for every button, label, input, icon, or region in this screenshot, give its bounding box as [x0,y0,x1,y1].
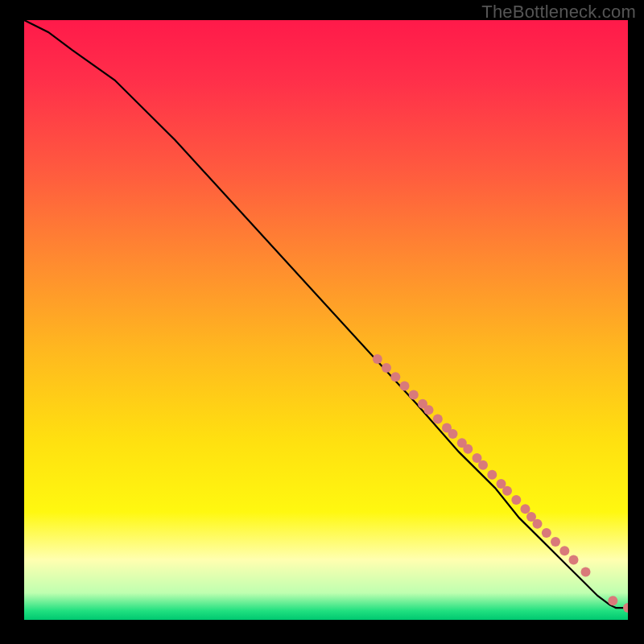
marker-group [373,354,628,613]
data-marker [390,372,400,382]
data-marker [521,504,530,514]
data-marker [487,470,497,480]
plot-area [24,20,628,620]
data-marker [409,390,419,400]
data-marker [400,381,410,390]
data-marker [542,528,551,538]
data-marker [511,495,521,505]
data-marker [463,444,473,454]
data-marker [569,555,579,565]
data-marker [478,460,488,470]
watermark-label: TheBottleneck.com [481,2,636,23]
data-marker [382,363,391,373]
data-marker [608,596,617,605]
chart-frame: TheBottleneck.com [0,0,644,644]
data-marker [623,603,628,613]
data-marker [551,537,560,547]
curve-layer [24,20,628,620]
data-marker [559,546,569,555]
data-marker [533,519,543,529]
data-marker [433,414,443,423]
data-marker [581,567,591,576]
data-marker [424,405,434,415]
data-marker [373,354,382,364]
data-marker [448,429,458,439]
data-marker [502,486,512,496]
